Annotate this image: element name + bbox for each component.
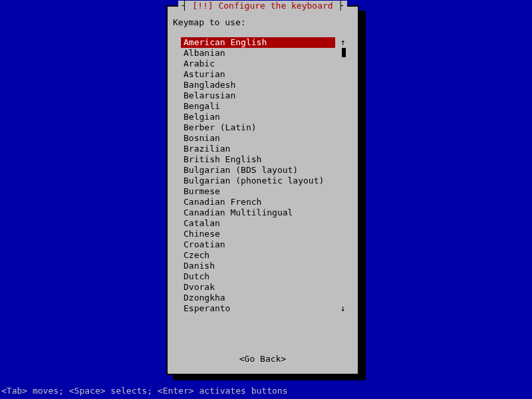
keymap-option[interactable]: Canadian French [181, 197, 335, 207]
keymap-option[interactable]: Canadian Multilingual [181, 207, 335, 218]
keymap-list[interactable]: American EnglishAlbanianArabicAsturianBa… [181, 37, 335, 314]
keymap-option[interactable]: Catalan [181, 218, 335, 229]
keymap-option[interactable]: Albanian [181, 48, 335, 59]
keymap-option[interactable]: Belgian [181, 112, 335, 122]
keymap-option[interactable]: Bengali [181, 101, 335, 112]
keymap-option[interactable]: Dvorak [181, 282, 335, 293]
title-text: Configure the keyboard [213, 1, 333, 11]
keymap-option[interactable]: Bulgarian (phonetic layout) [181, 176, 335, 186]
keymap-option[interactable]: Belarusian [181, 90, 335, 101]
keymap-option[interactable]: Berber (Latin) [181, 122, 335, 133]
title-bang: [!!] [192, 1, 213, 11]
keymap-option[interactable]: Czech [181, 250, 335, 261]
keymap-option[interactable]: Bulgarian (BDS layout) [181, 165, 335, 176]
scroll-down-icon[interactable]: ↓ [340, 303, 346, 314]
keymap-option[interactable]: Arabic [181, 59, 335, 69]
scroll-up-icon[interactable]: ↑ [340, 37, 346, 48]
keymap-option[interactable]: Bosnian [181, 133, 335, 144]
go-back-button[interactable]: <Go Back> [168, 354, 358, 364]
keymap-option[interactable]: British English [181, 154, 335, 165]
keymap-option[interactable]: Dutch [181, 271, 335, 282]
keymap-option[interactable]: Danish [181, 261, 335, 271]
title-bracket-left: ┤ [182, 1, 193, 11]
hint-bar: <Tab> moves; <Space> selects; <Enter> ac… [0, 386, 532, 396]
keymap-option[interactable]: Asturian [181, 69, 335, 80]
keymap-option[interactable]: Chinese [181, 229, 335, 239]
keymap-option[interactable]: Esperanto [181, 303, 335, 314]
keyboard-config-dialog: ┤ [!!] Configure the keyboard ├ Keymap t… [166, 5, 359, 375]
title-bracket-right: ├ [333, 1, 344, 11]
dialog-title: ┤ [!!] Configure the keyboard ├ [168, 1, 358, 11]
keymap-option[interactable]: Brazilian [181, 144, 335, 154]
keymap-option[interactable]: Dzongkha [181, 293, 335, 303]
keymap-option[interactable]: Burmese [181, 186, 335, 197]
scroll-thumb[interactable] [342, 48, 346, 57]
keymap-option[interactable]: American English [181, 37, 335, 48]
keymap-option[interactable]: Bangladesh [181, 80, 335, 90]
installer-screen: ┤ [!!] Configure the keyboard ├ Keymap t… [0, 0, 532, 399]
keymap-option[interactable]: Croatian [181, 239, 335, 250]
prompt-label: Keymap to use: [173, 17, 246, 28]
